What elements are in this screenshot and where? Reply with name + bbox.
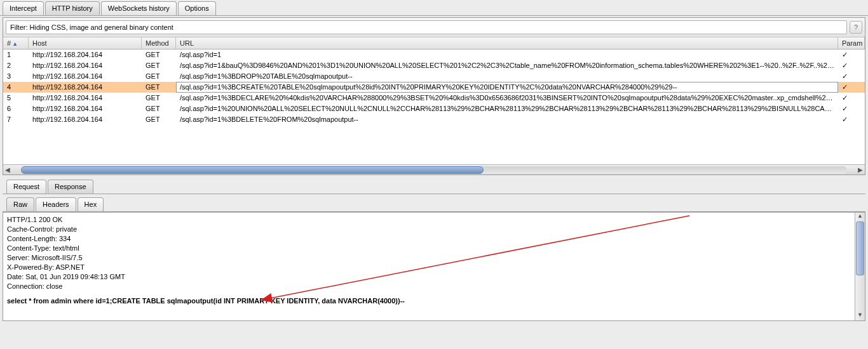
cell-host: http://192.168.204.164 <box>29 93 142 103</box>
table-body[interactable]: 1http://192.168.204.164GET/sql.asp?id=1✓… <box>3 49 865 125</box>
cell-url: /sql.asp?id=1%3BDELETE%20FROM%20sqlmapou… <box>176 114 838 125</box>
table-row[interactable]: 5http://192.168.204.164GET/sql.asp?id=1%… <box>3 93 865 103</box>
table-row[interactable]: 1http://192.168.204.164GET/sql.asp?id=1✓ <box>3 49 865 60</box>
cell-url: /sql.asp?id=1 <box>176 49 838 60</box>
cell-host: http://192.168.204.164 <box>29 49 142 60</box>
cell-param: ✓ <box>838 60 865 71</box>
check-icon: ✓ <box>842 51 848 58</box>
cell-host: http://192.168.204.164 <box>29 60 142 71</box>
horizontal-scrollbar[interactable]: ◀ ▶ <box>3 164 865 174</box>
history-panel: ? #▲ Host Method URL Param 1http://192.1… <box>3 17 865 175</box>
help-icon[interactable]: ? <box>850 21 862 34</box>
table-row[interactable]: 4http://192.168.204.164GET/sql.asp?id=1%… <box>3 82 865 93</box>
table-row[interactable]: 2http://192.168.204.164GET/sql.asp?id=1&… <box>3 60 865 71</box>
filter-bar: ? <box>3 18 865 37</box>
scroll-right-icon[interactable]: ▶ <box>856 166 865 173</box>
table-header: #▲ Host Method URL Param <box>3 37 865 49</box>
tab-hex[interactable]: Hex <box>78 197 104 211</box>
sort-asc-icon: ▲ <box>12 41 18 47</box>
check-icon: ✓ <box>842 62 848 69</box>
cell-host: http://192.168.204.164 <box>29 82 142 93</box>
col-url-header[interactable]: URL <box>176 37 838 49</box>
cell-url: /sql.asp?id=1%20UNION%20ALL%20SELECT%20N… <box>176 103 838 114</box>
cell-param: ✓ <box>838 93 865 103</box>
response-sql-query: select * from admin where id=1;CREATE TA… <box>7 296 861 306</box>
tab-websockets-history[interactable]: WebSockets history <box>101 1 177 15</box>
cell-number: 2 <box>3 60 29 71</box>
vertical-scrollbar[interactable]: ▲ ▼ <box>855 213 865 320</box>
response-panel-wrap: Raw Headers Hex <box>3 195 865 212</box>
check-icon: ✓ <box>842 115 848 123</box>
check-icon: ✓ <box>842 83 848 91</box>
table-row[interactable]: 6http://192.168.204.164GET/sql.asp?id=1%… <box>3 103 865 114</box>
table-row[interactable]: 3http://192.168.204.164GET/sql.asp?id=1%… <box>3 71 865 82</box>
response-line: Content-Type: text/html <box>7 244 861 253</box>
cell-param: ✓ <box>838 49 865 60</box>
cell-number: 4 <box>3 82 29 93</box>
col-number-header[interactable]: #▲ <box>3 37 29 49</box>
cell-method: GET <box>142 93 176 103</box>
cell-url: /sql.asp?id=1%3BCREATE%20TABLE%20sqlmapo… <box>176 82 838 93</box>
cell-number: 1 <box>3 49 29 60</box>
response-line: Content-Length: 334 <box>7 234 861 244</box>
tab-intercept[interactable]: Intercept <box>3 1 44 15</box>
cell-param: ✓ <box>838 82 865 93</box>
response-area: HTTP/1.1 200 OKCache-Control: privateCon… <box>3 212 865 321</box>
main-tab-bar: Intercept HTTP history WebSockets histor… <box>0 0 868 16</box>
detail-panel: Request Response <box>3 178 865 194</box>
scroll-left-icon[interactable]: ◀ <box>3 166 12 173</box>
table-row[interactable]: 7http://192.168.204.164GET/sql.asp?id=1%… <box>3 114 865 125</box>
cell-number: 3 <box>3 71 29 82</box>
scroll-thumb[interactable] <box>856 221 864 275</box>
response-line: HTTP/1.1 200 OK <box>7 215 861 225</box>
check-icon: ✓ <box>842 94 848 102</box>
history-table: #▲ Host Method URL Param 1http://192.168… <box>3 37 865 164</box>
cell-url: /sql.asp?id=1%3BDROP%20TABLE%20sqlmapout… <box>176 71 838 82</box>
cell-method: GET <box>142 82 176 93</box>
tab-response[interactable]: Response <box>48 180 93 194</box>
col-param-header[interactable]: Param <box>838 37 865 49</box>
response-line: Server: Microsoft-IIS/7.5 <box>7 253 861 263</box>
cell-host: http://192.168.204.164 <box>29 103 142 114</box>
scroll-up-icon[interactable]: ▲ <box>855 213 865 221</box>
response-text[interactable]: HTTP/1.1 200 OKCache-Control: privateCon… <box>3 213 865 308</box>
cell-url: /sql.asp?id=1&bauQ%3D9846%20AND%201%3D1%… <box>176 60 838 71</box>
tab-request[interactable]: Request <box>6 180 46 194</box>
response-line: Cache-Control: private <box>7 225 861 234</box>
col-host-header[interactable]: Host <box>29 37 142 49</box>
filter-input[interactable] <box>6 20 847 34</box>
response-line: Connection: close <box>7 282 861 291</box>
cell-param: ✓ <box>838 114 865 125</box>
check-icon: ✓ <box>842 105 848 112</box>
cell-number: 6 <box>3 103 29 114</box>
cell-method: GET <box>142 71 176 82</box>
cell-number: 7 <box>3 114 29 125</box>
cell-method: GET <box>142 49 176 60</box>
cell-param: ✓ <box>838 71 865 82</box>
tab-options[interactable]: Options <box>178 1 216 15</box>
cell-url: /sql.asp?id=1%3BDECLARE%20%40kdis%20VARC… <box>176 93 838 103</box>
response-line: X-Powered-By: ASP.NET <box>7 263 861 272</box>
tab-raw[interactable]: Raw <box>6 197 34 211</box>
cell-param: ✓ <box>838 103 865 114</box>
scroll-thumb[interactable] <box>21 166 484 174</box>
cell-method: GET <box>142 103 176 114</box>
cell-host: http://192.168.204.164 <box>29 71 142 82</box>
col-method-header[interactable]: Method <box>142 37 176 49</box>
cell-number: 5 <box>3 93 29 103</box>
response-line: Date: Sat, 01 Jun 2019 09:48:13 GMT <box>7 272 861 282</box>
scroll-track[interactable] <box>21 166 847 174</box>
check-icon: ✓ <box>842 72 848 80</box>
tab-http-history[interactable]: HTTP history <box>45 1 100 15</box>
cell-host: http://192.168.204.164 <box>29 114 142 125</box>
cell-method: GET <box>142 60 176 71</box>
response-tab-bar: Raw Headers Hex <box>3 195 865 212</box>
scroll-down-icon[interactable]: ▼ <box>855 312 865 320</box>
tab-headers[interactable]: Headers <box>36 197 76 211</box>
detail-tab-bar: Request Response <box>3 178 865 194</box>
cell-method: GET <box>142 114 176 125</box>
